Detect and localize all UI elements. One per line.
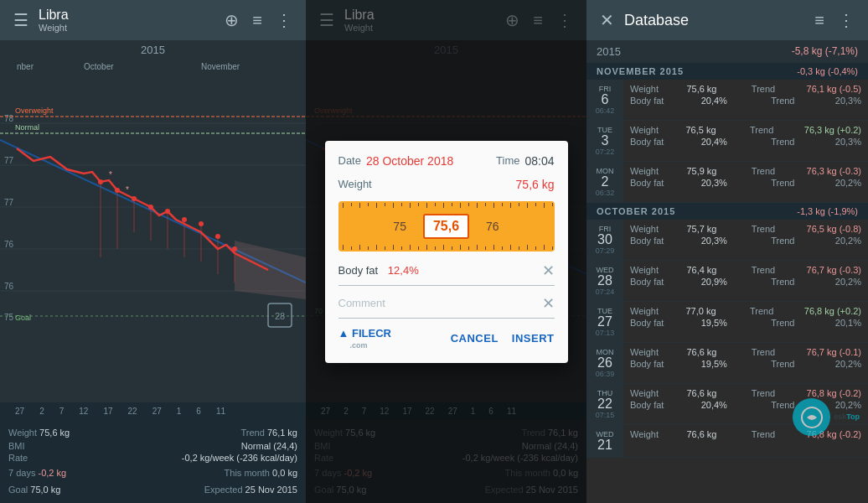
- svg-text:78: 78: [4, 114, 14, 123]
- date-col-mon26: MON 26 06:39: [586, 343, 623, 383]
- db-month-oct: OCTOBER 2015 -1,3 kg (-1,9%): [586, 203, 868, 220]
- db-month-nov: NOVEMBER 2015 -0,3 kg (-0,4%): [586, 63, 868, 80]
- time-label: Time: [496, 154, 519, 167]
- dialog-footer: ▲ FILECR .com CANCEL INSERT: [338, 327, 555, 350]
- svg-rect-59: [426, 203, 427, 208]
- db-top-bar: ✕ Database ≡ ⋮: [586, 0, 868, 40]
- svg-rect-67: [493, 203, 494, 208]
- date-label: Date: [338, 154, 361, 167]
- year-label-1: 2015: [0, 40, 306, 60]
- svg-rect-60: [435, 203, 436, 206]
- db-year-row: 2015 -5,8 kg (-7,1%): [586, 40, 868, 63]
- svg-point-26: [148, 205, 153, 210]
- watermark-circle: [793, 398, 830, 436]
- svg-rect-68: [502, 203, 503, 206]
- svg-text:75: 75: [4, 313, 14, 322]
- weight-label: Weight: [338, 178, 372, 190]
- svg-point-24: [132, 196, 137, 201]
- bodyfat-value: 12,4%: [388, 264, 419, 277]
- svg-text:77: 77: [4, 156, 14, 165]
- svg-text:Goal: Goal: [15, 314, 31, 322]
- ruler-widget[interactable]: 75 75,6 76: [338, 201, 555, 252]
- app-subtitle-1: Weight: [39, 23, 214, 33]
- svg-rect-85: [410, 245, 411, 250]
- more-icon-1[interactable]: ⋮: [272, 7, 296, 34]
- svg-rect-58: [418, 203, 419, 206]
- svg-marker-18: [235, 241, 306, 299]
- svg-rect-97: [510, 245, 511, 250]
- watermark-text: eskTop: [834, 412, 860, 423]
- db-year-change: -5,8 kg (-7,1%): [792, 45, 858, 58]
- dialog-box: Date 28 October 2018 Time 08:04 Weight 7…: [325, 141, 568, 363]
- db-more-icon[interactable]: ⋮: [834, 7, 858, 34]
- menu-icon-1[interactable]: ☰: [10, 7, 32, 34]
- dialog-weight-row: Weight 75,6 kg: [338, 178, 555, 191]
- svg-rect-66: [485, 203, 486, 206]
- svg-point-28: [165, 209, 170, 214]
- ruler-center[interactable]: 75,6: [423, 214, 469, 239]
- stats-bar-1: Weight 75,6 kg Trend 76,1 kg BMI Normal …: [0, 419, 306, 503]
- date-value: 28 October 2018: [366, 154, 453, 168]
- svg-rect-50: [351, 203, 352, 206]
- date-col-thu22: THU 22 07:15: [586, 384, 623, 424]
- svg-rect-89: [443, 245, 444, 250]
- svg-point-34: [215, 234, 220, 239]
- svg-rect-102: [552, 246, 553, 250]
- svg-rect-57: [410, 203, 411, 208]
- comment-row[interactable]: Comment ✕: [338, 294, 555, 319]
- svg-rect-101: [544, 245, 545, 250]
- svg-rect-88: [435, 246, 436, 250]
- svg-rect-87: [426, 245, 427, 250]
- svg-rect-98: [519, 246, 519, 250]
- top-bar-1: ☰ Libra Weight ⊕ ≡ ⋮: [0, 0, 306, 40]
- svg-rect-62: [452, 203, 452, 206]
- filecr-logo: ▲ FILECR .com: [338, 327, 391, 350]
- svg-rect-78: [351, 246, 352, 250]
- db-entry-fri30[interactable]: FRI 30 07:29 Weight 75,7 kg Trend 76,5 k…: [586, 220, 868, 261]
- svg-rect-64: [468, 203, 469, 206]
- svg-rect-54: [385, 203, 385, 206]
- list-icon-1[interactable]: ≡: [249, 8, 266, 34]
- desktop-watermark: eskTop: [793, 398, 860, 436]
- add-icon-1[interactable]: ⊕: [221, 7, 242, 34]
- db-entry-fri6[interactable]: FRI 6 06:42 Weight 75,6 kg Trend 76,1 kg…: [586, 80, 868, 121]
- bodyfat-row: Body fat 12,4% ✕: [338, 262, 555, 286]
- svg-text:76: 76: [4, 282, 14, 291]
- svg-rect-70: [519, 203, 519, 206]
- comment-clear-icon[interactable]: ✕: [542, 294, 555, 313]
- svg-rect-63: [460, 203, 461, 208]
- db-entry-wed28[interactable]: WED 28 07:24 Weight 76,4 kg Trend 76,7 k…: [586, 261, 868, 302]
- cancel-button[interactable]: CANCEL: [451, 332, 499, 345]
- watermark-icon: [800, 406, 824, 429]
- db-entry-mon2[interactable]: MON 2 06:32 Weight 75,9 kg Trend 76,3 kg…: [586, 162, 868, 203]
- svg-rect-81: [376, 245, 377, 250]
- db-entry-mon26[interactable]: MON 26 06:39 Weight 76,6 kg Trend 76,7 k…: [586, 343, 868, 384]
- svg-text:Overweight: Overweight: [15, 106, 54, 115]
- insert-button[interactable]: INSERT: [512, 332, 555, 345]
- svg-text:Normal: Normal: [15, 123, 39, 132]
- svg-rect-61: [443, 203, 444, 208]
- calendar-badge-1[interactable]: 28: [275, 311, 285, 321]
- svg-rect-77: [343, 245, 344, 250]
- svg-rect-90: [452, 246, 452, 250]
- svg-point-30: [182, 217, 187, 222]
- month-oct-1: October: [84, 62, 114, 71]
- svg-text:77: 77: [4, 198, 14, 207]
- weight-value: 75,6 kg: [516, 178, 555, 191]
- svg-rect-55: [393, 203, 394, 208]
- svg-rect-72: [535, 203, 536, 206]
- svg-rect-79: [359, 245, 360, 250]
- svg-rect-52: [368, 203, 369, 206]
- svg-rect-93: [477, 245, 478, 250]
- svg-text:*: *: [126, 185, 129, 194]
- date-col-mon2: MON 2 06:32: [586, 162, 623, 202]
- db-entry-tue27[interactable]: TUE 27 07:13 Weight 77,0 kg Trend 76,8 k…: [586, 302, 868, 343]
- db-entry-tue3[interactable]: TUE 3 07:22 Weight 76,5 kg Trend 76,3 kg…: [586, 121, 868, 162]
- svg-rect-65: [477, 203, 478, 208]
- bodyfat-clear-icon[interactable]: ✕: [542, 262, 555, 280]
- svg-rect-53: [376, 203, 377, 208]
- close-icon-db[interactable]: ✕: [597, 7, 617, 34]
- db-list-icon[interactable]: ≡: [811, 8, 828, 34]
- svg-rect-51: [359, 203, 360, 208]
- app-name-1: Libra: [39, 8, 214, 23]
